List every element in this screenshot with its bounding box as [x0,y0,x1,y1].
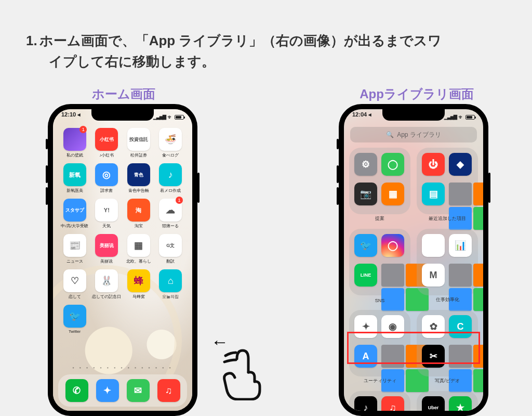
volume-up-button[interactable] [46,165,48,183]
app-icon: 📰 [63,234,86,257]
folder-app-icon[interactable]: C [449,315,472,338]
app-新氧医美[interactable]: 新氧新氧医美 [60,163,89,193]
cell-signal-icon: ▁▃▅▇ [444,114,457,120]
messages-icon[interactable]: ✉︎ [127,379,150,402]
app-icon: ♪ [159,163,182,186]
label-app-library-screen: Appライブラリ画面 [354,86,479,102]
app-恋しての記念日[interactable]: 🐰恋しての記念日 [92,269,121,300]
folder-label: 仕事効率化 [417,296,478,303]
app-私の壁紙[interactable]: 1私の壁紙 [60,128,89,158]
safari-icon[interactable]: ✦ [96,379,119,402]
silence-switch[interactable] [337,139,339,149]
folder-app-icon[interactable]: 📊 [449,234,472,257]
silence-switch[interactable] [46,139,48,149]
folder-app-icon[interactable]: ✂︎ [422,345,445,368]
wifi-icon: ᯤ [167,114,173,120]
folder-app-icon[interactable]: Uber [422,396,445,411]
folder-app-icon[interactable]: ✱ [422,234,445,257]
app-♪小红书[interactable]: 小红书♪小红书 [92,128,121,158]
app-恋して[interactable]: ♡恋して [60,269,89,300]
folder-app-icon[interactable]: 🐦 [354,234,377,257]
page-dots[interactable]: ● ● ● ● ● ● ● ● ● ● ● ● ● ● ● [53,366,192,369]
folder-app-icon[interactable]: ▤ [422,183,445,205]
app-label: 恋しての記念日 [92,294,121,300]
phone-icon[interactable]: ✆ [65,379,88,402]
volume-down-button[interactable] [337,187,339,205]
app-icon: ⌂ [159,269,182,292]
app-天気[interactable]: Y!天気 [92,199,121,229]
app-中/高/大学受験[interactable]: スタサプ中/高/大学受験 [60,199,89,229]
app-青色申告帳[interactable]: 青色青色申告帳 [124,163,153,193]
folder-SNS[interactable]: 🐦◯LINESNS [349,229,410,295]
folder-app-icon[interactable]: ♫ [381,396,404,411]
folder-app-icon[interactable]: ◯ [381,153,404,176]
app-library-screen[interactable]: 12:04 ◂ ▁▃▅▇ ᯤ 🔍 App ライブラリ ⚙︎◯📷▦提案⏻◆▤最近追… [344,109,483,411]
folder-app-icon[interactable]: ⚙︎ [354,153,377,176]
app-오늘의집[interactable]: ⌂오늘의집 [156,269,185,300]
app-label: 天気 [102,223,111,229]
folder-仕事効率化[interactable]: ✱📊M仕事効率化 [417,229,478,295]
volume-up-button[interactable] [337,165,339,183]
folder-label: 最近追加した項目 [417,215,478,222]
folder-app-icon[interactable]: ▦ [381,183,404,205]
folder-app-icon[interactable]: 📷 [354,183,377,205]
folder-app-icon[interactable]: ◉ [381,315,404,338]
app-Twitter[interactable]: 🐦Twitter [60,305,89,334]
folder-app-icon[interactable]: ★ [449,396,472,411]
home-screen[interactable]: 12:10 ◂ ▁▃▅▇ ᯤ 1私の壁紙小红书♪小红书投資信託松井証券🍜食べログ… [53,109,192,411]
instruction-text: 1.ホーム画面で、「App ライブラリ」（右の画像）が出るまでスワ イプして右に… [26,30,511,72]
app-着メロ作成[interactable]: ♪着メロ作成 [156,163,185,193]
app-icon: ◎ [95,163,118,186]
status-time: 12:10 ◂ [61,111,81,123]
app-松井証券[interactable]: 投資信託松井証券 [124,128,153,158]
folder-app-icon[interactable]: ✦ [354,315,377,338]
folder-ユーティリティ[interactable]: ✦◉Aユーティリティ [349,310,410,376]
folder-最近追加した項目[interactable]: ⏻◆▤最近追加した項目 [417,148,478,214]
folder-7[interactable]: Uber★🍔 [417,391,478,411]
app-頭痛ーる[interactable]: ☁︎1頭痛ーる [156,199,185,229]
folder-app-icon[interactable]: ♪ [354,396,377,411]
app-淘宝[interactable]: 淘淘宝 [124,199,153,229]
folder-6[interactable]: ♪♫▶ [349,391,410,411]
app-label: 马蜂窝 [132,294,145,300]
app-label: 恋して [69,294,81,300]
app-label: 오늘의집 [162,294,179,300]
app-翻訳[interactable]: G文翻訳 [156,234,185,264]
instruction-line1: ホーム画面で、「App ライブラリ」（右の画像）が出るまでスワ [39,33,442,48]
app-北欧、暮らし[interactable]: ▦北欧、暮らし [124,234,153,264]
app-label: ♪小红书 [99,152,114,158]
folder-写真/ビデオ[interactable]: ✿C✂︎写真/ビデオ [417,310,478,376]
folder-more-icon [449,345,472,368]
app-label: 美丽说 [100,258,113,264]
app-label: 頭痛ーる [162,223,179,229]
folder-app-icon[interactable]: M [422,264,445,287]
app-ニュース[interactable]: 📰ニュース [60,234,89,264]
app-label: 食べログ [162,152,179,158]
swipe-gesture: ← [206,322,278,395]
app-美丽说[interactable]: 美丽说美丽说 [92,234,121,264]
power-button[interactable] [197,173,200,203]
app-icon: スタサプ [63,199,86,222]
music-icon[interactable]: ♫ [157,379,180,402]
folder-app-icon[interactable]: LINE [354,264,377,287]
app-食べログ[interactable]: 🍜食べログ [156,128,185,158]
power-button[interactable] [488,173,490,203]
app-马蜂窝[interactable]: 蜂马蜂窝 [124,269,153,300]
app-library-search[interactable]: 🔍 App ライブラリ [350,127,477,142]
folder-app-icon[interactable]: ◯ [381,234,404,257]
volume-down-button[interactable] [46,187,48,205]
phone-app-library: 12:04 ◂ ▁▃▅▇ ᯤ 🔍 App ライブラリ ⚙︎◯📷▦提案⏻◆▤最近追… [339,104,488,416]
folder-app-icon[interactable]: ✿ [422,315,445,338]
app-請求書[interactable]: ◎請求書 [92,163,121,193]
app-icon: 淘 [127,199,150,222]
folder-app-icon[interactable]: ⏻ [422,153,445,176]
folder-app-icon[interactable]: A [354,345,377,368]
folder-more-icon [449,264,472,287]
folder-app-icon[interactable]: ◆ [449,153,472,176]
battery-icon [175,115,184,120]
app-icon: 🍜 [159,128,182,151]
app-icon: ▦ [127,234,150,257]
folder-提案[interactable]: ⚙︎◯📷▦提案 [349,148,410,214]
app-icon: ♡ [63,269,86,292]
app-label: 請求書 [100,188,113,193]
